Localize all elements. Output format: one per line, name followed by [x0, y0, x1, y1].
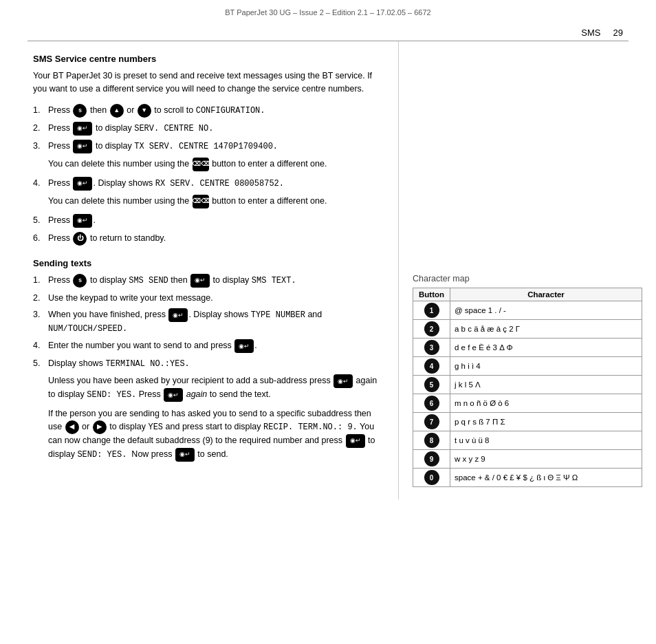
down-button: ▼ [138, 104, 151, 118]
step-content: Press ◉↵. [48, 214, 378, 228]
mono-text: YES [148, 422, 163, 432]
button-cell: 4 [413, 357, 450, 376]
mono-text: CONFIGURATION. [196, 106, 265, 116]
mono-text: SERV. CENTRE NO. [134, 124, 213, 133]
step-content: Press ◉↵ to display SERV. CENTRE NO. [48, 122, 378, 136]
step-num: 3. [33, 140, 48, 153]
character-cell: a b c ä å æ à ç 2 Γ [450, 320, 642, 339]
list-item: 3. Press ◉↵ to display TX SERV. CENTRE 1… [33, 140, 378, 153]
delete-button: ⌫⌫ [193, 195, 209, 208]
header-title: BT PaperJet 30 UG – Issue 2 – Edition 2.… [225, 8, 430, 17]
step-num: 5. [33, 214, 48, 227]
character-map-table: Button Character 1@ space 1 . / -2a b c … [413, 288, 642, 487]
step-content: Press ⏻ to return to standby. [48, 232, 378, 246]
ok-button: ◉↵ [73, 214, 92, 228]
button-icon: 1 [424, 303, 439, 318]
button-cell: 6 [413, 394, 450, 413]
up-button: ▲ [110, 104, 124, 118]
mono-text: NUM/TOUCH/SPEED. [48, 324, 127, 334]
left-column: SMS Service centre numbers Your BT Paper… [0, 41, 399, 500]
sms-service-steps-cont: 4. Press ◉↵. Display shows RX SERV. CENT… [33, 177, 378, 191]
page-number: 29 [613, 28, 623, 38]
mono-text: SMS TEXT. [252, 276, 296, 286]
mono-text: TYPE NUMBER [251, 311, 305, 321]
list-item: 6. Press ⏻ to return to standby. [33, 232, 378, 246]
ok-button: ◉↵ [73, 177, 92, 191]
col-button-header: Button [413, 288, 450, 301]
button-cell: 9 [413, 450, 450, 469]
table-row: 0space + & / 0 € £ ¥ $ ¿ ß ι Θ Ξ Ψ Ω [413, 469, 642, 487]
sms-service-intro: Your BT PaperJet 30 is preset to send an… [33, 69, 378, 96]
character-cell: m n o ñ ö Ø ò 6 [450, 394, 642, 413]
character-cell: space + & / 0 € £ ¥ $ ¿ ß ι Θ Ξ Ψ Ω [450, 469, 642, 487]
step-num: 4. [33, 339, 48, 352]
section-label: SMS [581, 28, 600, 38]
button-icon: 8 [424, 433, 439, 448]
right-column: Character map Button Character 1@ space … [399, 41, 656, 500]
character-cell: g h i ì 4 [450, 357, 642, 376]
mono-text: TX SERV. CENTRE 1470P1709400. [134, 142, 278, 151]
delete-button: ⌫⌫ [193, 158, 209, 171]
right-button: ▶ [93, 420, 107, 434]
sms-service-steps: 1. Press s then ▲ or ▼ to scroll to CONF… [33, 104, 378, 153]
char-map-container: Character map Button Character 1@ space … [413, 274, 642, 487]
s-button: s [73, 274, 87, 288]
content-area: SMS Service centre numbers Your BT Paper… [0, 41, 656, 500]
button-cell: 1 [413, 301, 450, 320]
step-content: Enter the number you want to send to and… [48, 339, 378, 353]
button-icon: 6 [424, 396, 439, 411]
sms-service-steps-end: 5. Press ◉↵. 6. Press ⏻ to return to sta… [33, 214, 378, 246]
mono-text: SMS SEND [129, 276, 168, 286]
page: BT PaperJet 30 UG – Issue 2 – Edition 2.… [0, 0, 656, 644]
character-cell: t u v ù ü 8 [450, 431, 642, 450]
button-icon: 0 [424, 470, 439, 485]
button-icon: 2 [424, 321, 439, 336]
table-row: 6m n o ñ ö Ø ò 6 [413, 394, 642, 413]
list-item: 1. Press s then ▲ or ▼ to scroll to CONF… [33, 104, 378, 118]
button-cell: 3 [413, 339, 450, 357]
button-cell: 8 [413, 431, 450, 450]
table-row: 4g h i ì 4 [413, 357, 642, 376]
sms-service-section: SMS Service centre numbers Your BT Paper… [33, 54, 378, 246]
ok-button: ◉↵ [73, 122, 92, 136]
button-icon: 5 [424, 377, 439, 392]
ok-button: ◉↵ [234, 339, 254, 353]
step-content: Use the keypad to write your text messag… [48, 292, 378, 305]
button-icon: 9 [424, 451, 439, 466]
step3-subnote: You can delete this number using the ⌫⌫ … [48, 158, 378, 171]
s-button: s [73, 104, 87, 118]
list-item: 1. Press s to display SMS SEND then ◉↵ t… [33, 274, 378, 288]
table-row: 8t u v ù ü 8 [413, 431, 642, 450]
list-item: 2. Use the keypad to write your text mes… [33, 292, 378, 305]
step5-subnote2: If the person you are sending to has ask… [48, 407, 378, 462]
mono-text: SEND: YES. [87, 391, 136, 400]
table-row: 7p q r s ß 7 Π Σ [413, 413, 642, 431]
sms-service-title: SMS Service centre numbers [33, 54, 378, 64]
page-number-area: SMS 29 [0, 22, 656, 41]
sending-texts-section: Sending texts 1. Press s to display SMS … [33, 258, 378, 462]
col-character-header: Character [450, 288, 642, 301]
button-icon: 4 [424, 358, 439, 374]
power-button: ⏻ [73, 232, 87, 246]
ok-button: ◉↵ [175, 448, 195, 462]
mono-text: RX SERV. CENTRE 080058752. [155, 179, 284, 189]
step-num: 2. [33, 292, 48, 305]
list-item: 5. Press ◉↵. [33, 214, 378, 228]
table-row: 1@ space 1 . / - [413, 301, 642, 320]
list-item: 4. Press ◉↵. Display shows RX SERV. CENT… [33, 177, 378, 191]
step-num: 3. [33, 308, 48, 321]
button-cell: 2 [413, 320, 450, 339]
left-button: ◀ [65, 420, 79, 434]
ok-button: ◉↵ [164, 388, 183, 402]
step-content: Display shows TERMINAL NO.:YES. [48, 357, 378, 370]
ok-button: ◉↵ [334, 374, 353, 388]
table-row: 5j k l 5 Λ [413, 376, 642, 394]
button-cell: 5 [413, 376, 450, 394]
mono-text: RECIP. TERM.NO.: 9. [263, 422, 358, 432]
ok-button: ◉↵ [168, 308, 188, 322]
step-content: Press ◉↵ to display TX SERV. CENTRE 1470… [48, 140, 378, 153]
sending-steps: 1. Press s to display SMS SEND then ◉↵ t… [33, 274, 378, 371]
table-row: 9w x y z 9 [413, 450, 642, 469]
mono-text: SEND: YES. [77, 450, 127, 460]
button-icon: 3 [424, 340, 439, 355]
